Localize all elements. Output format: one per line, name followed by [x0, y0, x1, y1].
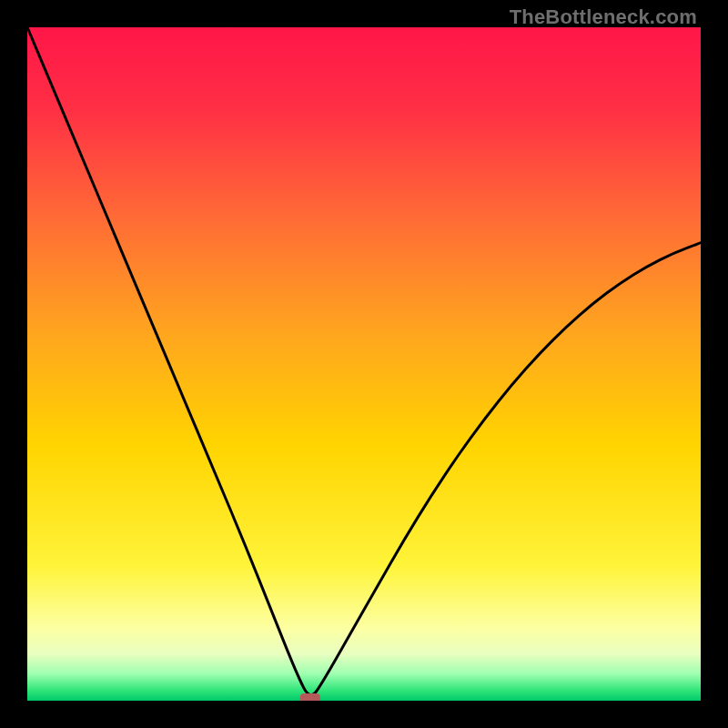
optimum-marker	[300, 693, 320, 701]
gradient-fill	[27, 27, 701, 701]
watermark-text: TheBottleneck.com	[510, 5, 697, 29]
chart-frame	[27, 27, 701, 701]
bottleneck-chart	[27, 27, 701, 701]
